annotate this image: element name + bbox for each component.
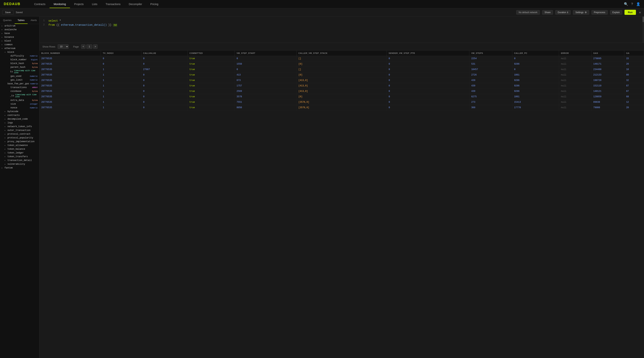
- nav-projects[interactable]: Projects: [70, 0, 88, 8]
- page-prev-button[interactable]: <: [81, 44, 86, 49]
- col-vm-steps[interactable]: VM_STEPS: [469, 51, 512, 56]
- tree-item-_ts[interactable]: _tstimestamp with time zone: [0, 93, 39, 98]
- tree-item-protocol_contract[interactable]: ▸protocol_contract: [0, 132, 39, 136]
- tree-item-gas_used[interactable]: gas_usednumeric: [0, 74, 39, 78]
- table-cell: 0: [512, 56, 559, 62]
- tree-item-base[interactable]: ▸base: [0, 32, 39, 35]
- preprocess-button[interactable]: Preprocess: [592, 10, 608, 15]
- tree-label: _ts: [10, 95, 14, 97]
- rows-select[interactable]: 10 25 50 100: [58, 44, 69, 49]
- table-row: 2077653500true0[]022540null27809515: [40, 56, 644, 62]
- help-icon[interactable]: ?: [631, 2, 633, 6]
- run-button[interactable]: Run: [624, 10, 636, 15]
- table-cell: 0: [387, 94, 469, 100]
- tree-item-common[interactable]: ▸common: [0, 43, 39, 47]
- tree-item-transaction_detail[interactable]: ▸transaction_detail: [0, 159, 39, 162]
- tree-item-base_fee_per_gas[interactable]: base_fee_per_gasnumeric: [0, 82, 39, 86]
- tree-label: fantom: [4, 167, 38, 169]
- tree-item-fantom[interactable]: ▸fantom: [0, 166, 39, 170]
- tree-item-token_balance[interactable]: ▸token_balance: [0, 147, 39, 151]
- tree-item-token_ledger[interactable]: ▸token_ledger: [0, 151, 39, 155]
- search-icon[interactable]: 🔍: [624, 2, 628, 6]
- table-cell: 17770: [512, 105, 559, 110]
- tree-item-parent_hash[interactable]: parent_hashbytea: [0, 65, 39, 69]
- tree-item-decompiled_code[interactable]: ▸decompiled_code: [0, 117, 39, 121]
- tree-item-ts[interactable]: tstimestamp with time zone: [0, 69, 39, 74]
- table-cell: 0: [101, 56, 141, 62]
- duration-info-icon: ℹ: [567, 11, 568, 14]
- sidebar-tab-tables[interactable]: Tables: [15, 17, 28, 24]
- settings-button[interactable]: Settings ⚙: [573, 10, 589, 15]
- col-ga[interactable]: GA: [624, 51, 644, 56]
- tree-item-protocol_popularity[interactable]: ▸protocol_popularity: [0, 136, 39, 140]
- table-cell: 1757: [234, 83, 296, 89]
- table-cell: true: [188, 56, 234, 62]
- col-sender-vm-step-ptr[interactable]: SENDER_VM_STEP_PTR: [387, 51, 469, 56]
- tree-item-token_transfers[interactable]: ▸token_transfers: [0, 155, 39, 159]
- tree-item-vulnerability[interactable]: ▸vulnerability: [0, 162, 39, 166]
- table-cell: 1: [101, 72, 141, 78]
- share-button[interactable]: Share: [542, 10, 553, 15]
- sql-editor[interactable]: 1 select * 2 from {{ ethereum.transactio…: [40, 17, 644, 43]
- tree-item-binance[interactable]: ▸binance: [0, 35, 39, 39]
- tree-item-nonce[interactable]: noncenumeric: [0, 106, 39, 110]
- tree-item-coinbase[interactable]: coinbasebytea: [0, 89, 39, 93]
- tree-item-avalanche[interactable]: ▸avalanche: [0, 28, 39, 32]
- table-cell: 1: [101, 83, 141, 89]
- user-icon[interactable]: 👤: [636, 2, 640, 6]
- tree-item-arbitrum[interactable]: ▸arbitrum: [0, 24, 39, 28]
- tree-type: timestamp with time zone: [14, 70, 38, 74]
- col-gas[interactable]: GAS: [591, 51, 624, 56]
- tree-item-gas_limit[interactable]: gas_limitnumeric: [0, 78, 39, 82]
- tree-item-outer_transaction[interactable]: ▸outer_transaction: [0, 129, 39, 132]
- col-callvalue[interactable]: CALLVALUE: [141, 51, 188, 56]
- tree-arrow: ▾: [4, 51, 8, 53]
- save-button[interactable]: Save: [2, 10, 14, 15]
- nav-lists[interactable]: Lists: [88, 0, 102, 8]
- col-block-number[interactable]: BLOCK_NUMBER: [40, 51, 101, 56]
- network-badge[interactable]: No default network: [516, 10, 540, 15]
- tree-item-block[interactable]: ▾block: [0, 50, 39, 54]
- tree-item-blast[interactable]: ▸blast: [0, 39, 39, 43]
- sidebar-tab-queries[interactable]: Queries: [0, 17, 15, 24]
- col-caller-vm-step-stack[interactable]: CALLER_VM_STEP_STACK: [296, 51, 387, 56]
- table-cell: 439: [469, 83, 512, 89]
- close-icon[interactable]: ✕: [638, 10, 642, 15]
- col-error[interactable]: ERROR: [559, 51, 591, 56]
- tree-item-bytecode[interactable]: ▸bytecode: [0, 110, 39, 113]
- nav-contracts[interactable]: Contracts: [30, 0, 50, 8]
- tree-item-difficulty[interactable]: difficultynumeric: [0, 54, 39, 58]
- table-cell: null: [559, 100, 591, 105]
- sidebar-tab-alerts[interactable]: Alerts: [28, 17, 40, 24]
- tree-item-proxy_implementation[interactable]: ▸proxy_implementation: [0, 140, 39, 144]
- tree-type: numeric: [30, 83, 38, 85]
- nav-transactions[interactable]: Transactions: [102, 0, 125, 8]
- tree-item-block_number[interactable]: block_numberbigint: [0, 58, 39, 62]
- tree-item-block_hash[interactable]: block_hashbytea: [0, 62, 39, 65]
- col-vm-step-start[interactable]: VM_STEP_START: [234, 51, 296, 56]
- table-cell: 360: [469, 105, 512, 110]
- tree-item-size[interactable]: sizeinteger: [0, 102, 39, 106]
- tree-label: contracts: [8, 114, 38, 117]
- table-cell: 0: [387, 105, 469, 110]
- nav-monitoring[interactable]: Monitoring: [50, 0, 70, 8]
- tree-label: network_token_info: [8, 125, 38, 128]
- duration-button[interactable]: Duration ℹ: [555, 10, 571, 15]
- nav-pricing[interactable]: Pricing: [146, 0, 162, 8]
- table-cell: 0: [141, 89, 188, 94]
- col-committed[interactable]: COMMITTED: [188, 51, 234, 56]
- tree-item-transactions[interactable]: transactionsARRAY: [0, 86, 39, 89]
- tree-item-contracts[interactable]: ▸contracts: [0, 113, 39, 117]
- col-tx-index[interactable]: TX_INDEX: [101, 51, 141, 56]
- nav-decompiler[interactable]: Decompiler: [124, 0, 146, 8]
- tree-item-logs[interactable]: ▸logs: [0, 121, 39, 125]
- table-cell: null: [559, 72, 591, 78]
- explain-button[interactable]: Explain: [610, 10, 622, 15]
- table-cell: 0: [141, 105, 188, 110]
- page-next-button[interactable]: >: [93, 44, 98, 49]
- tree-item-ethereum[interactable]: ▾ethereum: [0, 47, 39, 50]
- col-caller-pc[interactable]: CALLER_PC: [512, 51, 559, 56]
- tree-item-token_allowance[interactable]: ▸token_allowance: [0, 144, 39, 147]
- tree-item-network_token_info[interactable]: ▸network_token_info: [0, 125, 39, 129]
- tree-item-extra_data[interactable]: extra_databytea: [0, 98, 39, 102]
